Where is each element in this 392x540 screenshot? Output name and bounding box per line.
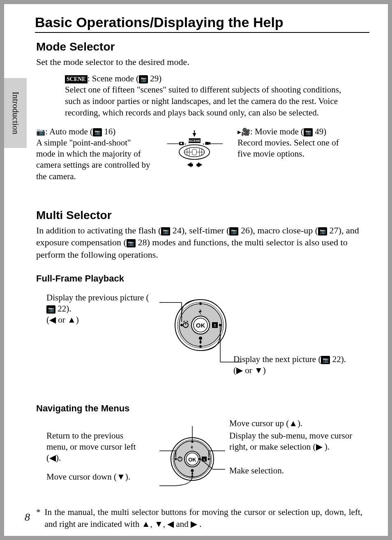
next-picture-keys: (▶ or ▼) <box>233 365 266 375</box>
nav-menus-heading: Navigating the Menus <box>36 403 362 414</box>
svg-text:SCENE: SCENE <box>189 139 200 143</box>
multi-selector-svg-2: OK ± <box>159 426 225 492</box>
nav-right-callout: Display the sub-menu, move cursor right,… <box>229 430 361 453</box>
svg-point-61 <box>175 458 177 460</box>
footnote-mark: * <box>36 506 41 531</box>
svg-point-42 <box>219 324 221 326</box>
scene-mode-desc: SCENE: Scene mode ( 29) Select one of fi… <box>65 73 353 119</box>
nav-down-callout: Move cursor down (▼). <box>46 471 153 482</box>
svg-rect-21 <box>191 164 193 166</box>
svg-point-44 <box>199 345 202 348</box>
multi-selector-intro: In addition to activating the flash ( 24… <box>36 224 362 261</box>
page-ref-icon <box>304 128 313 136</box>
svg-point-6 <box>199 142 201 143</box>
svg-text:±: ± <box>214 323 216 328</box>
nav-diagram: Move cursor up (▲). Return to the previo… <box>36 418 362 496</box>
nav-select-callout: Make selection. <box>229 465 332 476</box>
svg-point-58 <box>191 441 194 443</box>
multi-selector-svg-1: OK ± <box>159 292 242 370</box>
page-ref-icon <box>321 356 330 364</box>
page-ref-icon <box>93 128 102 136</box>
page-title: Basic Operations/Displaying the Help <box>35 14 369 30</box>
svg-point-5 <box>188 142 189 143</box>
next-picture-callout: Display the next picture ( 22). (▶ or ▼) <box>233 354 357 376</box>
mode-selector-heading: Mode Selector <box>36 40 362 53</box>
svg-rect-23 <box>196 164 198 166</box>
prev-picture-callout: Display the previous picture ( 22). (◀ o… <box>46 292 149 326</box>
nav-left-callout: Return to the previous menu, or move cur… <box>46 430 145 464</box>
movie-mode-body: Record movies. Select one of five movie … <box>238 138 339 159</box>
mode-selector-intro: Set the mode selector to the desired mod… <box>36 56 362 68</box>
movie-mode-desc: ▸🎥: Movie mode ( 49) Record movies. Sele… <box>238 126 353 182</box>
svg-point-7 <box>203 143 204 145</box>
playback-diagram: Display the previous picture ( 22). (◀ o… <box>36 288 362 387</box>
content-area: Mode Selector Set the mode selector to t… <box>36 40 362 531</box>
svg-point-67 <box>199 458 201 460</box>
page-number: 8 <box>25 511 30 524</box>
page-ref-icon <box>139 75 148 83</box>
auto-mode-desc: 📷: Auto mode ( 16) A simple "point-and-s… <box>36 126 151 182</box>
svg-point-9 <box>180 142 182 144</box>
footnote-text: In the manual, the multi selector button… <box>45 506 363 531</box>
manual-page: Introduction Basic Operations/Displaying… <box>0 0 392 540</box>
prev-picture-keys: (◀ or ▲) <box>46 315 79 325</box>
camera-icon: 📷 <box>36 127 45 137</box>
nav-up-callout: Move cursor up (▲). <box>229 418 353 429</box>
mode-columns: 📷: Auto mode ( 16) A simple "point-and-s… <box>36 126 362 182</box>
svg-text:±: ± <box>203 457 205 462</box>
scene-mode-body: Select one of fifteen "scenes" suited to… <box>65 85 341 117</box>
page-ref-icon <box>46 305 55 314</box>
svg-marker-20 <box>187 162 191 167</box>
page-ref-icon <box>318 227 327 235</box>
svg-point-51 <box>191 469 194 472</box>
scene-badge-icon: SCENE <box>65 75 88 83</box>
page-ref-icon <box>127 239 136 247</box>
mode-dial-svg: SCENE <box>166 130 223 178</box>
svg-rect-10 <box>205 142 209 145</box>
multi-selector-heading: Multi Selector <box>36 209 362 222</box>
svg-point-32 <box>199 337 202 340</box>
page-ref-icon <box>229 227 238 235</box>
svg-text:OK: OK <box>196 322 205 329</box>
title-bar: Basic Operations/Displaying the Help <box>35 14 369 33</box>
svg-text:OK: OK <box>188 457 196 463</box>
svg-marker-22 <box>198 162 203 167</box>
side-tab-label: Introduction <box>10 92 21 134</box>
playback-heading: Full-Frame Playback <box>36 273 362 284</box>
svg-marker-1 <box>193 133 196 137</box>
mode-selector-block: SCENE: Scene mode ( 29) Select one of fi… <box>36 73 362 201</box>
footnote: * In the manual, the multi selector butt… <box>36 506 362 531</box>
svg-point-4 <box>185 143 186 145</box>
svg-rect-15 <box>192 149 197 155</box>
svg-point-68 <box>191 475 194 477</box>
mode-dial-diagram: SCENE <box>151 126 238 182</box>
svg-point-39 <box>180 324 183 326</box>
svg-point-64 <box>208 458 210 460</box>
page-ref-icon <box>161 227 170 235</box>
auto-mode-body: A simple "point-and-shoot" mode in which… <box>36 138 150 181</box>
side-tab-introduction: Introduction <box>4 78 27 148</box>
svg-point-43 <box>199 302 202 305</box>
movie-icon: ▸🎥 <box>238 127 250 137</box>
svg-marker-11 <box>209 142 210 145</box>
